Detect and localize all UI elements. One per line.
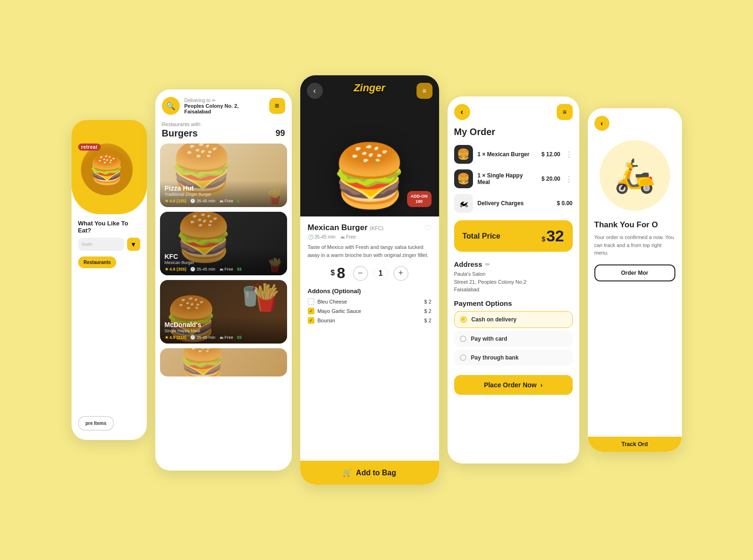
delivery-price: $ 0.00	[557, 200, 572, 207]
favorite-button[interactable]: ♡	[424, 223, 432, 233]
menu-icon[interactable]: ≡	[269, 98, 285, 114]
screen-1-partial: 🍔 retreat What You Like To Eat? Sushi ▼ …	[72, 120, 147, 440]
restaurants-subtitle: Restaurants with:	[155, 120, 292, 128]
delivery-illustration: 🛵	[600, 140, 670, 211]
order-item-name-2: 1 × Single Happy Meal	[478, 172, 537, 185]
payment-option-bank[interactable]: Pay through bank	[454, 350, 573, 366]
add-to-bag-button[interactable]: 🛒 Add to Bag	[300, 461, 439, 485]
delivery-person-icon: 🛵	[614, 156, 655, 195]
more-items-button[interactable]: pre Items	[78, 416, 114, 431]
total-dollar-sign: $	[542, 235, 545, 243]
hero-menu-button[interactable]: ≡	[417, 83, 433, 99]
total-price-label: Total Price	[463, 232, 501, 240]
payment-option-card[interactable]: Pay with card	[454, 331, 573, 347]
addon-item-2[interactable]: ✓ Mayo Garlic Sauce $ 2	[308, 308, 432, 314]
quantity-decrease-button[interactable]: −	[353, 266, 368, 281]
total-number: 32	[546, 227, 564, 245]
addon-checkbox-1[interactable]	[308, 298, 314, 305]
order-item-dots-1[interactable]: ⋮	[565, 150, 573, 159]
back-button-thankyou[interactable]: ‹	[594, 116, 609, 131]
filter-icon[interactable]: ▼	[127, 238, 140, 251]
order-more-button[interactable]: Order Mor	[594, 264, 675, 281]
track-order-button[interactable]: Track Ord	[588, 437, 682, 452]
restaurant-name: McDonald's	[165, 321, 282, 328]
add-to-bag-label: Add to Bag	[356, 469, 396, 477]
payment-label-cod: Cash on delivery	[472, 316, 517, 323]
place-order-arrow-icon: ›	[540, 381, 543, 389]
delivery-address: Peoples Colony No. 2, Faisalabad	[184, 103, 264, 114]
place-order-button[interactable]: Place Order Now ›	[454, 375, 573, 395]
order-item-dots-2[interactable]: ⋮	[565, 175, 573, 184]
screen4-header: ‹ ≡	[448, 96, 579, 125]
restaurant-price: $$	[237, 335, 242, 340]
addon-price-2: $ 2	[424, 308, 431, 314]
addons-title: Addons (Optional)	[308, 288, 432, 295]
order-title: My Order	[448, 125, 579, 142]
addon-badge: ADD-ON 190	[407, 191, 432, 207]
restaurant-time: 🕐 35-45 min	[190, 267, 216, 272]
restaurant-overlay-pizzahut: Pizza Hut Traditional Zinger Burger ★ 4.…	[160, 181, 287, 207]
address-title: Address	[454, 260, 482, 268]
address-section: Address ✏ Paula's SalonStreet 21, People…	[448, 256, 579, 296]
restaurant-name: KFC	[165, 253, 282, 260]
screen2-header: 🔍 Delivering to ✏ Peoples Colony No. 2, …	[155, 89, 292, 120]
address-text: Paula's SalonStreet 21, Peoples Colony N…	[454, 270, 573, 294]
radio-bank[interactable]	[460, 354, 466, 361]
price-symbol: $	[330, 269, 335, 277]
screen-4-order: ‹ ≡ My Order 🍔 1 × Mexican Burger $ 12.0…	[448, 96, 579, 464]
search-icon[interactable]: 🔍	[162, 97, 180, 115]
back-button[interactable]: ‹	[454, 104, 470, 120]
quantity-increase-button[interactable]: +	[393, 266, 409, 281]
order-item-1: 🍔 1 × Mexican Burger $ 12.00 ⋮	[448, 142, 579, 167]
order-item-image-2: 🍔	[454, 169, 473, 188]
product-hero: ‹ Zinger ≡ 🍔 ADD-ON 190	[300, 75, 439, 216]
order-item-2: 🍔 1 × Single Happy Meal $ 20.00 ⋮	[448, 167, 579, 191]
payment-label-bank: Pay through bank	[471, 354, 519, 361]
restaurant-time: 🕐 35-45 min	[190, 335, 216, 340]
menu-button[interactable]: ≡	[557, 104, 573, 120]
payment-option-cod[interactable]: Cash on delivery	[454, 311, 573, 328]
edit-address-icon[interactable]: ✏	[485, 261, 490, 268]
screen5-header: ‹	[588, 108, 682, 131]
addon-checkbox-2[interactable]: ✓	[308, 308, 314, 314]
radio-cod[interactable]	[460, 316, 467, 323]
place-order-label: Place Order Now	[484, 381, 537, 389]
restaurant-sub: Single Happy Meal	[165, 328, 282, 333]
restaurant-card-kfc[interactable]: 🍔 🍟 KFC Mexican Burger ★ 4.8 (355) 🕐 35-…	[160, 212, 287, 275]
restaurant-delivery: 🏍 Free	[219, 199, 233, 203]
delivery-info: Delivering to ✏ Peoples Colony No. 2, Fa…	[184, 98, 264, 114]
restaurant-card-mcdonalds[interactable]: 🍔 🍟 🥤 McDonald's Single Happy Meal ★ 4.9…	[160, 280, 287, 344]
restaurant-card-partial[interactable]: 🍔	[160, 348, 287, 376]
addon-price-3: $ 2	[424, 318, 431, 323]
addon-checkbox-3[interactable]: ✓	[308, 317, 314, 324]
product-body: Mexican Burger (KFC) ♡ 🕐 35-45 min 🏍 Fre…	[300, 216, 439, 455]
restaurants-button[interactable]: Restaurants	[78, 256, 117, 268]
restaurant-sub: Mexican Burger	[165, 260, 282, 265]
product-price: 8	[337, 264, 345, 281]
addon-name-1: Bleu Cheese	[318, 299, 347, 304]
order-item-name-1: 1 × Mexican Burger	[478, 151, 537, 158]
brand-name: Zinger	[353, 82, 385, 94]
screen1-title: What You Like To Eat?	[78, 220, 140, 234]
restaurant-card-pizzahut[interactable]: 🍔 🍟 Pizza Hut Traditional Zinger Burger …	[160, 144, 287, 207]
radio-card[interactable]	[460, 336, 466, 342]
hero-back-button[interactable]: ‹	[307, 83, 323, 99]
screen-2-restaurants: 🔍 Delivering to ✏ Peoples Colony No. 2, …	[155, 89, 292, 471]
restaurant-price: $	[237, 199, 240, 203]
search-input[interactable]: Sushi	[78, 238, 124, 251]
delivery-charges-row: 🏍 Delivery Charges $ 0.00	[448, 191, 579, 216]
thank-you-text: Your order is confirmed a now. You can t…	[594, 233, 675, 257]
restaurants-title: Burgers	[162, 128, 198, 139]
product-name: Mexican Burger	[308, 223, 368, 232]
addon-item-1[interactable]: Bleu Cheese $ 2	[308, 298, 432, 305]
order-item-price-2: $ 20.00	[541, 176, 560, 182]
payment-label-card: Pay with card	[471, 336, 507, 342]
addon-price-1: $ 2	[424, 299, 431, 304]
screen-3-product: ‹ Zinger ≡ 🍔 ADD-ON 190 Mexican Burger (…	[300, 75, 439, 485]
payment-section: Payment Options Cash on delivery Pay wit…	[448, 296, 579, 370]
addon-name-2: Mayo Garlic Sauce	[318, 308, 361, 314]
addon-item-3[interactable]: ✓ Boursin $ 2	[308, 317, 432, 324]
restaurant-overlay-kfc: KFC Mexican Burger ★ 4.8 (355) 🕐 35-45 m…	[160, 249, 287, 275]
brand-badge: retreat	[78, 144, 101, 151]
restaurant-rating: ★ 4.9 (210)	[165, 335, 187, 340]
